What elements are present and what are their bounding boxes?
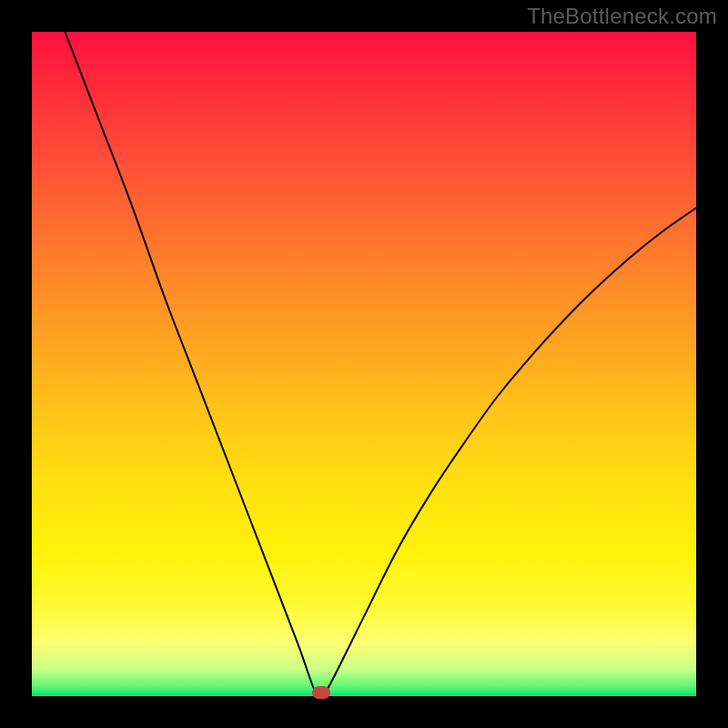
watermark-text: TheBottleneck.com <box>527 4 717 29</box>
plot-area <box>32 32 696 696</box>
min-indicator <box>312 686 330 699</box>
bottleneck-curve <box>66 32 697 697</box>
curve-layer <box>32 32 696 696</box>
chart-frame: TheBottleneck.com <box>0 0 728 728</box>
